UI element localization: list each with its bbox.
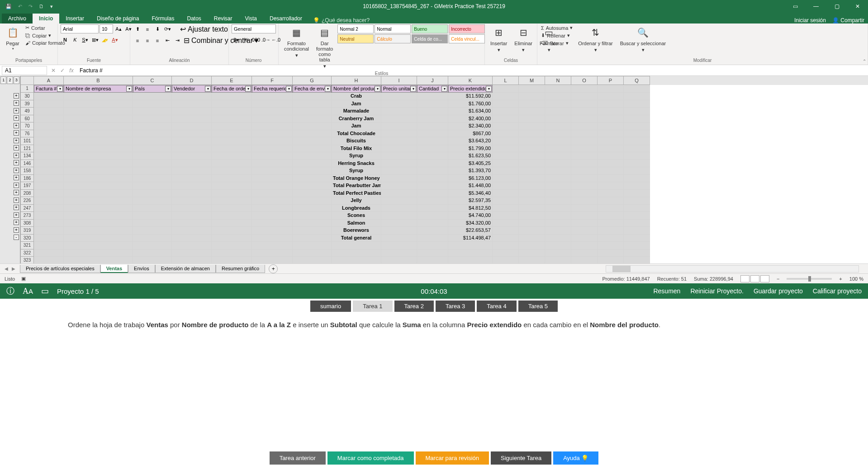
cell[interactable] xyxy=(212,160,252,168)
row-header[interactable]: 247 xyxy=(20,205,34,212)
cell[interactable] xyxy=(417,175,448,183)
cell[interactable] xyxy=(293,122,332,130)
cell[interactable] xyxy=(64,122,133,130)
cell[interactable] xyxy=(571,235,598,242)
column-header[interactable]: P xyxy=(598,76,624,85)
tab-file[interactable]: Archivo xyxy=(2,14,33,24)
cell[interactable] xyxy=(571,182,598,190)
cell[interactable] xyxy=(417,130,448,138)
filter-dropdown-icon[interactable]: ▾ xyxy=(165,86,171,92)
delete-cells-button[interactable]: ⊟Eliminar▾ xyxy=(512,24,535,54)
filter-dropdown-icon[interactable]: ▾ xyxy=(441,86,447,92)
cell[interactable] xyxy=(64,100,133,108)
cell-style-option[interactable]: Celda vincul... xyxy=(449,34,485,43)
cell[interactable] xyxy=(493,122,519,130)
cell[interactable]: $2.340,00 xyxy=(448,122,493,130)
cell[interactable] xyxy=(571,115,598,123)
cell[interactable] xyxy=(64,152,133,160)
cell[interactable] xyxy=(252,220,293,227)
cell[interactable]: Total Pearbutter Jam xyxy=(332,182,381,190)
cell-styles-gallery[interactable]: Normal 2NormalBuenoIncorrectoNeutralCálc… xyxy=(337,24,485,43)
cell[interactable] xyxy=(448,242,493,249)
cell[interactable] xyxy=(493,130,519,138)
table-header-cell[interactable]: País▾ xyxy=(133,85,172,93)
cell[interactable] xyxy=(417,122,448,130)
cell[interactable] xyxy=(519,130,545,138)
cell[interactable]: Jam xyxy=(332,122,381,130)
cell[interactable] xyxy=(133,227,172,235)
row-header[interactable]: 319 xyxy=(20,227,34,235)
filter-dropdown-icon[interactable]: ▾ xyxy=(325,86,331,92)
row-header[interactable]: 321 xyxy=(20,242,34,249)
cell[interactable] xyxy=(545,197,571,205)
outline-expand-button[interactable]: + xyxy=(14,168,19,173)
cell[interactable] xyxy=(624,257,650,263)
cell[interactable] xyxy=(417,235,448,242)
zoom-in-button[interactable]: + xyxy=(839,276,842,282)
cell[interactable] xyxy=(293,160,332,168)
filter-dropdown-icon[interactable]: ▾ xyxy=(126,86,132,92)
cell[interactable]: Syrup xyxy=(332,152,381,160)
cell[interactable] xyxy=(212,108,252,115)
task-tab[interactable]: Tarea 4 xyxy=(477,301,516,312)
empty-cell[interactable] xyxy=(493,85,519,93)
cell[interactable] xyxy=(545,152,571,160)
cell[interactable] xyxy=(34,242,64,249)
cell[interactable] xyxy=(212,115,252,123)
ribbon-options-icon[interactable]: ▭ xyxy=(785,0,806,13)
cell[interactable] xyxy=(64,160,133,168)
cell[interactable] xyxy=(493,175,519,183)
filter-dropdown-icon[interactable]: ▾ xyxy=(375,86,380,92)
cell[interactable] xyxy=(417,137,448,145)
cell[interactable] xyxy=(519,115,545,123)
zoom-out-button[interactable]: − xyxy=(777,276,779,282)
empty-cell[interactable] xyxy=(624,85,650,93)
cell[interactable] xyxy=(252,257,293,263)
cell[interactable] xyxy=(417,145,448,153)
cell[interactable] xyxy=(64,130,133,138)
cell[interactable] xyxy=(34,220,64,227)
cell[interactable] xyxy=(64,197,133,205)
cell[interactable]: $34.320,00 xyxy=(448,220,493,227)
cell[interactable] xyxy=(519,167,545,175)
cell[interactable] xyxy=(519,242,545,249)
cell[interactable]: Scones xyxy=(332,212,381,220)
cell[interactable] xyxy=(519,197,545,205)
cell[interactable] xyxy=(212,122,252,130)
cell[interactable] xyxy=(133,249,172,257)
cell[interactable] xyxy=(252,212,293,220)
cell[interactable] xyxy=(64,182,133,190)
increase-font-icon[interactable]: A▴ xyxy=(114,24,123,33)
cell[interactable] xyxy=(34,93,64,100)
cell[interactable] xyxy=(598,93,624,100)
cell[interactable] xyxy=(172,130,212,138)
row-header[interactable]: 39 xyxy=(20,100,34,108)
cell[interactable] xyxy=(64,167,133,175)
table-header-cell[interactable]: Precio unitario▾ xyxy=(381,85,417,93)
outline-collapse-button[interactable]: - xyxy=(14,235,19,240)
fx-icon[interactable]: fx xyxy=(67,67,76,74)
cell[interactable] xyxy=(598,235,624,242)
column-header[interactable]: D xyxy=(172,76,212,85)
cell[interactable] xyxy=(571,242,598,249)
cell-style-option[interactable]: Neutral xyxy=(337,34,374,43)
filter-dropdown-icon[interactable]: ▾ xyxy=(57,86,63,92)
cell[interactable] xyxy=(598,197,624,205)
cell[interactable] xyxy=(624,160,650,168)
cell[interactable] xyxy=(624,93,650,100)
column-header[interactable]: Q xyxy=(624,76,650,85)
font-color-button[interactable]: A▾ xyxy=(110,35,119,44)
cell[interactable] xyxy=(133,212,172,220)
tab-fórmulas[interactable]: Fórmulas xyxy=(145,14,180,24)
cell[interactable]: Jam xyxy=(332,100,381,108)
cell[interactable] xyxy=(34,130,64,138)
cell[interactable] xyxy=(598,122,624,130)
cell[interactable] xyxy=(34,235,64,242)
conditional-format-button[interactable]: ▦Formato condicional▾ xyxy=(281,24,312,59)
row-header[interactable]: 322 xyxy=(20,249,34,257)
cell[interactable] xyxy=(417,93,448,100)
sheet-tab[interactable]: Envíos xyxy=(128,265,155,273)
row-header[interactable]: 320 xyxy=(20,235,34,242)
italic-button[interactable]: K xyxy=(71,35,80,44)
outline-expand-button[interactable]: + xyxy=(14,145,19,150)
